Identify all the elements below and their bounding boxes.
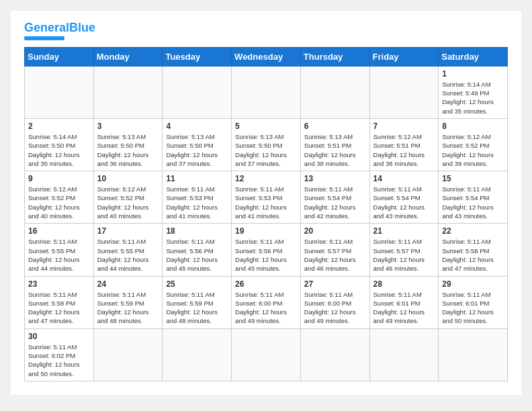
- day-number: 30: [28, 332, 90, 341]
- weekday-friday: Friday: [369, 47, 439, 66]
- calendar-cell: [93, 328, 163, 381]
- calendar-cell: 1Sunrise: 5:14 AM Sunset: 5:49 PM Daylig…: [439, 66, 508, 118]
- day-number: 11: [166, 174, 228, 183]
- day-number: 12: [235, 174, 297, 183]
- day-number: 29: [442, 279, 504, 289]
- calendar-cell: 30Sunrise: 5:11 AM Sunset: 6:02 PM Dayli…: [25, 328, 94, 381]
- day-number: 8: [442, 122, 504, 131]
- calendar-cell: 2Sunrise: 5:14 AM Sunset: 5:50 PM Daylig…: [25, 118, 94, 171]
- day-info: Sunrise: 5:11 AM Sunset: 5:57 PM Dayligh…: [373, 237, 435, 273]
- calendar-cell: [439, 328, 508, 381]
- logo-bar: [24, 36, 64, 40]
- day-info: Sunrise: 5:11 AM Sunset: 5:53 PM Dayligh…: [166, 185, 228, 220]
- calendar-cell: 14Sunrise: 5:11 AM Sunset: 5:54 PM Dayli…: [369, 171, 439, 224]
- calendar-cell: 15Sunrise: 5:11 AM Sunset: 5:54 PM Dayli…: [439, 171, 508, 224]
- calendar-cell: [369, 66, 439, 118]
- day-info: Sunrise: 5:11 AM Sunset: 5:54 PM Dayligh…: [304, 185, 366, 220]
- calendar-cell: [232, 66, 301, 118]
- day-number: 24: [97, 279, 159, 289]
- calendar-cell: 5Sunrise: 5:13 AM Sunset: 5:50 PM Daylig…: [232, 118, 301, 171]
- weekday-thursday: Thursday: [300, 47, 369, 66]
- calendar-row-4: 23Sunrise: 5:11 AM Sunset: 5:58 PM Dayli…: [25, 276, 508, 328]
- weekday-saturday: Saturday: [439, 47, 508, 66]
- day-number: 13: [304, 174, 366, 183]
- calendar-cell: 20Sunrise: 5:11 AM Sunset: 5:57 PM Dayli…: [300, 224, 369, 276]
- calendar-cell: 28Sunrise: 5:11 AM Sunset: 6:01 PM Dayli…: [369, 276, 439, 328]
- calendar-cell: [93, 66, 163, 118]
- day-info: Sunrise: 5:13 AM Sunset: 5:50 PM Dayligh…: [235, 132, 297, 168]
- day-number: 17: [97, 226, 159, 236]
- day-number: 16: [28, 226, 90, 236]
- day-info: Sunrise: 5:12 AM Sunset: 5:51 PM Dayligh…: [373, 132, 435, 168]
- calendar-cell: 17Sunrise: 5:11 AM Sunset: 5:55 PM Dayli…: [93, 224, 163, 276]
- calendar-cell: 11Sunrise: 5:11 AM Sunset: 5:53 PM Dayli…: [163, 171, 232, 224]
- calendar-cell: 27Sunrise: 5:11 AM Sunset: 6:00 PM Dayli…: [300, 276, 369, 328]
- calendar-cell: 22Sunrise: 5:11 AM Sunset: 5:58 PM Dayli…: [439, 224, 508, 276]
- weekday-header-row: SundayMondayTuesdayWednesdayThursdayFrid…: [25, 47, 508, 66]
- weekday-monday: Monday: [93, 47, 163, 66]
- day-number: 26: [235, 279, 297, 289]
- day-number: 15: [442, 174, 504, 183]
- day-info: Sunrise: 5:12 AM Sunset: 5:52 PM Dayligh…: [97, 185, 159, 220]
- calendar-cell: 21Sunrise: 5:11 AM Sunset: 5:57 PM Dayli…: [369, 224, 439, 276]
- header: GeneralBlue: [24, 21, 508, 40]
- calendar-cell: 13Sunrise: 5:11 AM Sunset: 5:54 PM Dayli…: [300, 171, 369, 224]
- day-info: Sunrise: 5:13 AM Sunset: 5:51 PM Dayligh…: [304, 132, 366, 168]
- day-number: 1: [442, 69, 504, 79]
- day-info: Sunrise: 5:11 AM Sunset: 5:56 PM Dayligh…: [166, 237, 228, 273]
- day-number: 2: [28, 122, 90, 131]
- day-info: Sunrise: 5:11 AM Sunset: 5:55 PM Dayligh…: [28, 237, 90, 273]
- logo-blue: Blue: [69, 21, 95, 34]
- day-info: Sunrise: 5:11 AM Sunset: 5:53 PM Dayligh…: [235, 185, 297, 220]
- day-number: 5: [235, 122, 297, 131]
- day-info: Sunrise: 5:11 AM Sunset: 5:54 PM Dayligh…: [373, 185, 435, 220]
- day-number: 7: [373, 122, 435, 131]
- day-number: 22: [442, 226, 504, 236]
- day-info: Sunrise: 5:11 AM Sunset: 5:59 PM Dayligh…: [166, 290, 228, 326]
- day-info: Sunrise: 5:11 AM Sunset: 5:58 PM Dayligh…: [28, 290, 90, 326]
- day-info: Sunrise: 5:11 AM Sunset: 5:54 PM Dayligh…: [442, 185, 504, 220]
- day-number: 27: [304, 279, 366, 289]
- day-info: Sunrise: 5:12 AM Sunset: 5:52 PM Dayligh…: [442, 132, 504, 168]
- calendar: SundayMondayTuesdayWednesdayThursdayFrid…: [24, 47, 508, 381]
- calendar-cell: [369, 328, 439, 381]
- day-info: Sunrise: 5:13 AM Sunset: 5:50 PM Dayligh…: [166, 132, 228, 168]
- calendar-cell: [232, 328, 301, 381]
- day-number: 23: [28, 279, 90, 289]
- day-number: 9: [28, 174, 90, 183]
- day-info: Sunrise: 5:11 AM Sunset: 6:01 PM Dayligh…: [442, 290, 504, 326]
- day-info: Sunrise: 5:11 AM Sunset: 5:57 PM Dayligh…: [304, 237, 366, 273]
- calendar-cell: 24Sunrise: 5:11 AM Sunset: 5:59 PM Dayli…: [93, 276, 163, 328]
- day-info: Sunrise: 5:11 AM Sunset: 5:56 PM Dayligh…: [235, 237, 297, 273]
- calendar-cell: 18Sunrise: 5:11 AM Sunset: 5:56 PM Dayli…: [163, 224, 232, 276]
- day-info: Sunrise: 5:12 AM Sunset: 5:52 PM Dayligh…: [28, 185, 90, 220]
- day-info: Sunrise: 5:11 AM Sunset: 5:59 PM Dayligh…: [97, 290, 159, 326]
- page: GeneralBlue SundayMondayTuesdayWednesday…: [11, 11, 521, 395]
- day-number: 3: [97, 122, 159, 131]
- calendar-row-1: 2Sunrise: 5:14 AM Sunset: 5:50 PM Daylig…: [25, 118, 508, 171]
- day-info: Sunrise: 5:14 AM Sunset: 5:49 PM Dayligh…: [442, 80, 504, 116]
- calendar-cell: 26Sunrise: 5:11 AM Sunset: 6:00 PM Dayli…: [232, 276, 301, 328]
- calendar-row-5: 30Sunrise: 5:11 AM Sunset: 6:02 PM Dayli…: [25, 328, 508, 381]
- calendar-row-2: 9Sunrise: 5:12 AM Sunset: 5:52 PM Daylig…: [25, 171, 508, 224]
- calendar-cell: 8Sunrise: 5:12 AM Sunset: 5:52 PM Daylig…: [439, 118, 508, 171]
- day-number: 28: [373, 279, 435, 289]
- calendar-cell: 16Sunrise: 5:11 AM Sunset: 5:55 PM Dayli…: [25, 224, 94, 276]
- weekday-sunday: Sunday: [25, 47, 94, 66]
- calendar-cell: 3Sunrise: 5:13 AM Sunset: 5:50 PM Daylig…: [93, 118, 163, 171]
- calendar-row-3: 16Sunrise: 5:11 AM Sunset: 5:55 PM Dayli…: [25, 224, 508, 276]
- calendar-cell: [163, 328, 232, 381]
- day-number: 14: [373, 174, 435, 183]
- calendar-row-0: 1Sunrise: 5:14 AM Sunset: 5:49 PM Daylig…: [25, 66, 508, 118]
- calendar-cell: 6Sunrise: 5:13 AM Sunset: 5:51 PM Daylig…: [300, 118, 369, 171]
- calendar-cell: 25Sunrise: 5:11 AM Sunset: 5:59 PM Dayli…: [163, 276, 232, 328]
- day-number: 4: [166, 122, 228, 131]
- calendar-cell: 9Sunrise: 5:12 AM Sunset: 5:52 PM Daylig…: [25, 171, 94, 224]
- day-info: Sunrise: 5:14 AM Sunset: 5:50 PM Dayligh…: [28, 132, 90, 168]
- day-number: 18: [166, 226, 228, 236]
- day-number: 6: [304, 122, 366, 131]
- day-info: Sunrise: 5:11 AM Sunset: 6:01 PM Dayligh…: [373, 290, 435, 326]
- day-info: Sunrise: 5:13 AM Sunset: 5:50 PM Dayligh…: [97, 132, 159, 168]
- calendar-cell: 19Sunrise: 5:11 AM Sunset: 5:56 PM Dayli…: [232, 224, 301, 276]
- calendar-cell: 23Sunrise: 5:11 AM Sunset: 5:58 PM Dayli…: [25, 276, 94, 328]
